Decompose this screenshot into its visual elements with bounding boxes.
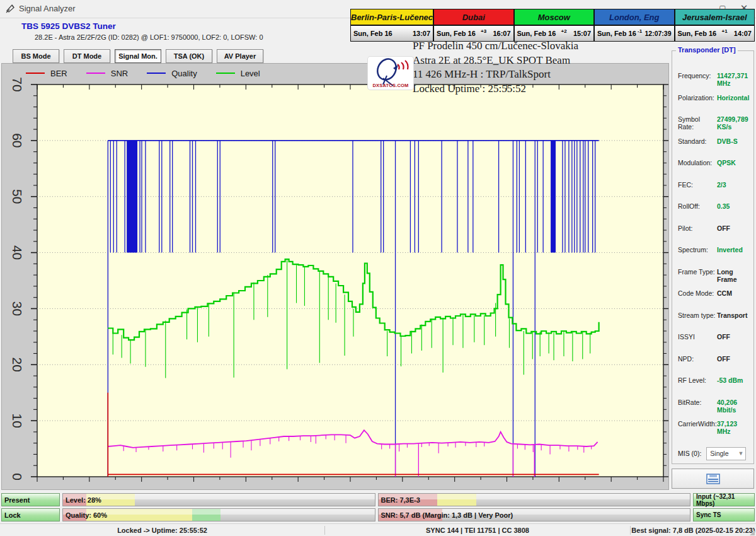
quick-status-row-2: LockQuality: 60%SNR: 5,7 dB (Margin: 1,3… [1, 508, 755, 521]
world-clocks: Berlin-Paris-LučenecDubaiMoscowLondon, E… [350, 9, 755, 42]
status-chip-lock: Lock [1, 508, 60, 521]
status-chip-sync-ts: Sync TS [693, 508, 755, 521]
transponder-value: QPSK [717, 159, 736, 168]
transponder-label: RollOff: [678, 202, 717, 211]
transponder-value: DVB-S [717, 137, 738, 146]
overlay-line: 11 426 MHz-H : TRP/TalkSport [413, 67, 578, 82]
transponder-panel: Transponder [DT] Frequency:11427,371 MHz… [672, 50, 754, 464]
transponder-value: CCM [717, 289, 732, 298]
transponder-row: Frequency:11427,371 MHz [678, 72, 751, 81]
clock-city-header: Jerusalem-Israel [675, 9, 755, 25]
mode-button-bar: BS ModeDT ModeSignal Mon.TSA (OK)AV Play… [13, 49, 263, 62]
transponder-row: Stream type:Transport [678, 312, 751, 320]
status-bar: BER: 7,3E-3 [378, 493, 691, 506]
transponder-value: OFF [717, 224, 730, 233]
transponder-label: Modulation: [678, 159, 717, 168]
transponder-value: -53 dBm [717, 376, 743, 385]
transponder-row: ISSYIOFF [678, 333, 751, 342]
svg-text:10: 10 [10, 413, 25, 428]
transponder-value: Transport [717, 312, 747, 320]
status-bar: Level: 28% [62, 493, 375, 506]
transponder-row: Pilot:OFF [678, 224, 751, 233]
chart-container: BERSNRQualityLevel 010203040506070 [1, 63, 669, 490]
device-title: TBS 5925 DVBS2 Tuner [21, 21, 116, 31]
transponder-row: Modulation:QPSK [678, 159, 751, 168]
transponder-label: Frequency: [678, 72, 717, 81]
clock-city-header: Dubai [434, 9, 513, 25]
save-icon [706, 474, 720, 484]
transponder-value: OFF [717, 355, 730, 364]
mode-button-tsa-ok-[interactable]: TSA (OK) [166, 49, 212, 63]
status-bar-label: BER: 7,3E-3 [381, 494, 420, 506]
transponder-label: Code Mode: [678, 289, 717, 298]
statusbar-best-signal: Best signal: 7,8 dB (2025-02-15 20:23) [631, 524, 756, 536]
transponder-label: Polarization: [678, 94, 717, 103]
transponder-value: Horizontal [717, 94, 749, 103]
status-bar-label: SNR: 5,7 dB (Margin: 1,3 dB | Very Poor) [381, 509, 513, 521]
transponder-label: Pilot: [678, 224, 717, 233]
transponder-row: CarrierWidth:37,123 MHz [678, 420, 751, 429]
transponder-row: Frame Type:Long Frame [678, 268, 751, 277]
save-button[interactable] [672, 469, 754, 489]
clock-datetime: Sun, Feb 16-112:07:39 [595, 26, 673, 41]
transponder-value: 11427,371 MHz [717, 72, 751, 81]
svg-text:30: 30 [10, 301, 25, 316]
transponder-value: OFF [717, 333, 730, 342]
transponder-row: Symbol Rate:27499,789 KS/s [678, 115, 751, 124]
transponder-value: 0.35 [717, 202, 730, 211]
overlay-line: Locked Uptime : 25:55:52 [413, 82, 578, 96]
status-bar-label: Level: 28% [66, 494, 101, 506]
app-icon[interactable] [5, 3, 16, 14]
resize-grip[interactable] [750, 530, 755, 535]
mode-button-dt-mode[interactable]: DT Mode [64, 49, 110, 63]
transponder-value: 40,206 Mbit/s [717, 399, 751, 407]
transponder-row: Standard:DVB-S [678, 137, 751, 146]
status-bar-label: Quality: 60% [66, 509, 107, 521]
status-bar: Quality: 60% [62, 508, 375, 521]
clock-city-header: Berlin-Paris-Lučenec [351, 9, 433, 25]
transponder-label: Spectrum: [678, 246, 717, 255]
overlay-line: Astra 2E at 28.5°E_UK SPOT Beam [413, 54, 578, 68]
device-subtitle: 28.2E - Astra 2E/2F/2G (ID: 0282) @ LOF1… [35, 33, 263, 41]
status-chip-input-32-31-mbps-: Input (~32,31 Mbps) [693, 493, 755, 506]
overlay-line: PF Prodelin 450 cm/Lučenec-Slovakia [413, 39, 578, 54]
transponder-label: Frame Type: [678, 268, 717, 277]
transponder-value: 37,123 MHz [717, 420, 751, 429]
mode-button-av-player[interactable]: AV Player [217, 49, 263, 63]
transponder-label: RF Level: [678, 376, 717, 385]
transponder-value: 27499,789 KS/s [717, 115, 751, 124]
transponder-label: Stream type: [678, 312, 717, 320]
statusbar-sync: SYNC 144 | TEI 11751 | CC 3808 [325, 524, 630, 536]
transponder-row: BitRate:40,206 Mbit/s [678, 399, 751, 407]
transponder-label: CarrierWidth: [678, 420, 717, 429]
statusbar-uptime: Locked -> Uptime: 25:55:52 [0, 524, 324, 536]
transponder-label: NPD: [678, 355, 717, 364]
transponder-label: Symbol Rate: [678, 115, 717, 124]
window-title: Signal Analyzer [19, 4, 76, 13]
svg-text:60: 60 [9, 133, 24, 148]
transponder-value: 2/3 [717, 181, 726, 190]
mode-button-signal-mon-[interactable]: Signal Mon. [115, 49, 161, 63]
transponder-value: Inverted [717, 246, 743, 255]
transponder-row: Code Mode:CCM [678, 289, 751, 298]
transponder-row: RollOff:0.35 [678, 202, 751, 211]
mis-dropdown[interactable]: Single ▼ [706, 447, 746, 460]
transponder-label: Standard: [678, 137, 717, 146]
transponder-row: RF Level:-53 dBm [678, 376, 751, 385]
mode-button-bs-mode[interactable]: BS Mode [13, 49, 59, 63]
status-bar: SNR: 5,7 dB (Margin: 1,3 dB | Very Poor) [378, 508, 691, 521]
transponder-row: FEC:2/3 [678, 181, 751, 190]
clock-datetime: Sun, Feb 16+114:07 [675, 26, 755, 41]
clock-city-header: Moscow [515, 9, 593, 25]
mis-label: MIS (0): [678, 450, 701, 457]
quick-status-row-1: PresentLevel: 28%BER: 7,3E-3Input (~32,3… [1, 493, 755, 506]
chevron-down-icon: ▼ [738, 450, 743, 457]
signal-chart: 010203040506070 [2, 64, 668, 489]
mis-row: MIS (0): Single ▼ [678, 447, 751, 460]
dxsatcs-logo: DXSATCS.COM [368, 57, 413, 90]
logo-text: DXSATCS.COM [368, 83, 413, 88]
transponder-row: Spectrum:Inverted [678, 246, 751, 255]
transponder-value: Long Frame [717, 268, 751, 277]
status-chip-present: Present [1, 493, 60, 506]
transponder-row: Polarization:Horizontal [678, 94, 751, 103]
